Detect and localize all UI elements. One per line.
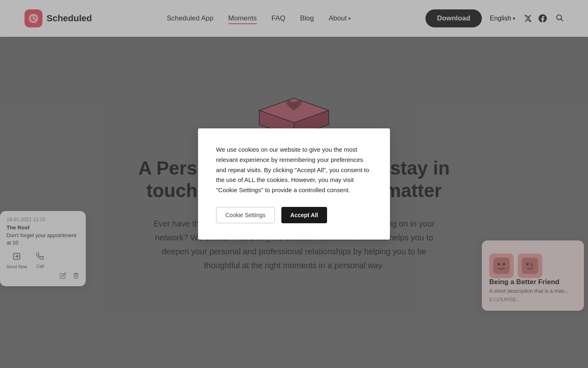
cookie-text: We use cookies on our website to give yo…: [216, 145, 372, 195]
cookie-settings-button[interactable]: Cookie Settings: [216, 207, 275, 223]
cookie-modal: We use cookies on our website to give yo…: [198, 128, 390, 240]
cookie-buttons: Cookie Settings Accept All: [216, 207, 372, 223]
accept-all-button[interactable]: Accept All: [281, 207, 327, 223]
cookie-modal-overlay: We use cookies on our website to give yo…: [0, 0, 588, 368]
